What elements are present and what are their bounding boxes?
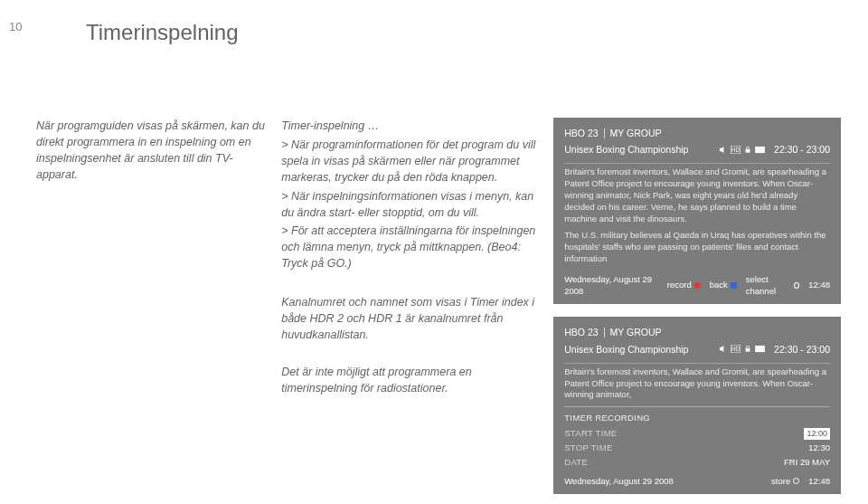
bullet-3: > För att acceptera inställningarna för … bbox=[281, 223, 537, 271]
date-value[interactable]: FRI 29 MAY bbox=[784, 457, 830, 469]
svg-rect-6 bbox=[746, 348, 750, 352]
stop-time-label: STOP TIME bbox=[564, 442, 612, 454]
hd-icon: HD bbox=[731, 146, 741, 154]
select-channel-button[interactable]: select channel bbox=[746, 274, 799, 298]
time-range: 22:30 - 23:00 bbox=[774, 343, 830, 356]
svg-text:HD: HD bbox=[731, 346, 741, 352]
store-button[interactable]: store bbox=[771, 476, 799, 488]
screen-icon bbox=[755, 146, 765, 154]
timer-recording-block: TIMER RECORDING START TIME 12:00 STOP TI… bbox=[564, 406, 830, 468]
note-radio: Det är inte möjligt att programmera en t… bbox=[281, 364, 537, 396]
record-button[interactable]: record bbox=[667, 280, 701, 291]
middle-column: Timer-inspelning … > När programinformat… bbox=[281, 118, 537, 494]
divider bbox=[604, 128, 605, 138]
panel-date: Wednesday, August 29 2008 bbox=[564, 476, 674, 488]
program-description-1: Britain's foremost inventors, Wallace an… bbox=[564, 366, 830, 401]
group-label: MY GROUP bbox=[610, 127, 662, 139]
svg-rect-3 bbox=[755, 147, 765, 153]
clock-time: 12:48 bbox=[808, 476, 830, 488]
start-time-label: START TIME bbox=[564, 428, 617, 440]
clock-time: 12:48 bbox=[808, 280, 830, 291]
record-icon bbox=[694, 282, 701, 289]
group-label: MY GROUP bbox=[610, 326, 662, 338]
back-icon bbox=[731, 282, 737, 289]
panel-date: Wednesday, August 29 2008 bbox=[564, 274, 667, 298]
show-title: Unisex Boxing Championship bbox=[564, 343, 688, 356]
time-range: 22:30 - 23:00 bbox=[774, 143, 830, 156]
epg-panel-timer: HBO 23 MY GROUP Unisex Boxing Championsh… bbox=[553, 317, 841, 494]
left-column: När programguiden visas på skärmen, kan … bbox=[36, 118, 265, 494]
epg-panel-info: HBO 23 MY GROUP Unisex Boxing Championsh… bbox=[553, 118, 841, 304]
date-label: DATE bbox=[564, 457, 588, 469]
hd-icon: HD bbox=[731, 345, 741, 353]
timer-recording-heading: TIMER RECORDING bbox=[564, 413, 830, 424]
program-description-2: The U.S. military believes al Qaeda in U… bbox=[564, 230, 830, 264]
channel-label: HBO 23 bbox=[564, 326, 598, 338]
back-button[interactable]: back bbox=[710, 280, 737, 291]
page-title: Timerinspelning bbox=[86, 20, 841, 45]
speaker-icon bbox=[719, 345, 727, 353]
show-title: Unisex Boxing Championship bbox=[564, 143, 688, 156]
svg-text:HD: HD bbox=[731, 147, 741, 153]
timer-heading: Timer-inspelning … bbox=[281, 118, 537, 134]
lock-icon bbox=[744, 345, 751, 353]
start-time-value[interactable]: 12:00 bbox=[804, 428, 830, 440]
screen-icon bbox=[755, 345, 765, 353]
select-icon bbox=[794, 282, 799, 289]
page-number: 10 bbox=[9, 20, 22, 33]
intro-paragraph: När programguiden visas på skärmen, kan … bbox=[36, 118, 265, 184]
bullet-1: > När programinformationen för det progr… bbox=[281, 137, 537, 185]
lock-icon bbox=[744, 146, 751, 154]
svg-rect-7 bbox=[755, 346, 765, 352]
note-channel-number: Kanalnumret och namnet som visas i Timer… bbox=[281, 294, 537, 343]
bullet-2: > När inspelningsinformationen visas i m… bbox=[281, 188, 537, 221]
right-column: HBO 23 MY GROUP Unisex Boxing Championsh… bbox=[553, 118, 841, 494]
stop-time-value[interactable]: 12:30 bbox=[808, 442, 830, 454]
channel-label: HBO 23 bbox=[564, 127, 598, 139]
store-icon bbox=[793, 478, 799, 484]
svg-rect-2 bbox=[746, 148, 750, 152]
program-description-1: Britain's foremost inventors, Wallace an… bbox=[564, 166, 830, 224]
divider bbox=[604, 328, 605, 338]
speaker-icon bbox=[719, 146, 727, 154]
